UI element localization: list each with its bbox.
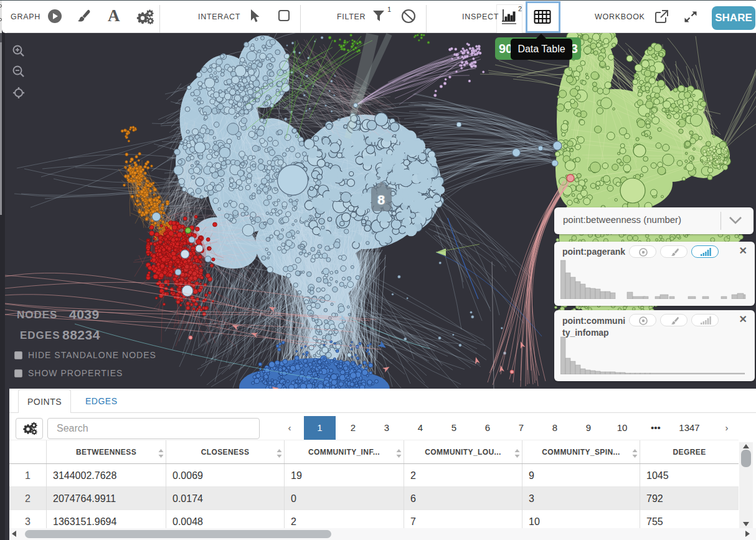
svg-text:8: 8	[377, 192, 385, 207]
